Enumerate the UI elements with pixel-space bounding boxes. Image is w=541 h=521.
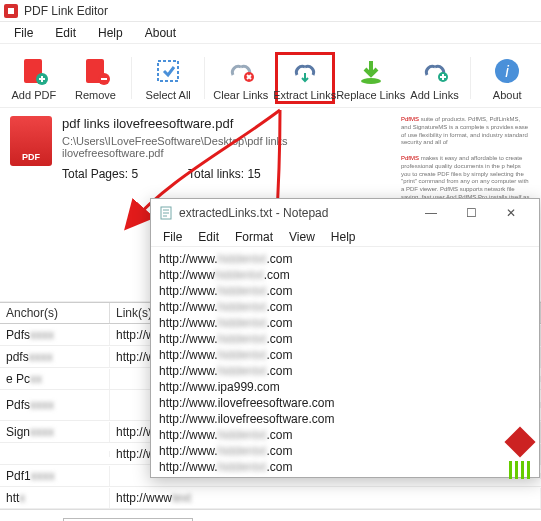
toolbar: Add PDF Remove Select All Clear Links Ex… <box>0 44 541 108</box>
select-all-button[interactable]: Select All <box>140 53 196 103</box>
bottom-panel: Replace: Output Folder: Save target file… <box>0 510 541 521</box>
toolbar-label: Remove <box>75 89 116 101</box>
col-anchor[interactable]: Anchor(s) <box>0 303 110 323</box>
pdf-plus-icon <box>18 55 50 87</box>
close-button[interactable]: ✕ <box>491 199 531 227</box>
toolbar-label: Replace Links <box>336 89 405 101</box>
menu-help[interactable]: Help <box>88 24 133 42</box>
add-pdf-button[interactable]: Add PDF <box>6 53 62 103</box>
np-menu-edit[interactable]: Edit <box>192 229 225 245</box>
np-menu-view[interactable]: View <box>283 229 321 245</box>
clear-links-icon <box>225 55 257 87</box>
add-links-icon <box>419 55 451 87</box>
extract-links-button[interactable]: Extract Links <box>275 52 335 104</box>
menu-edit[interactable]: Edit <box>45 24 86 42</box>
remove-button[interactable]: Remove <box>68 53 124 103</box>
clear-links-button[interactable]: Clear Links <box>213 53 269 103</box>
decoration <box>509 431 539 491</box>
svg-text:i: i <box>505 63 509 80</box>
app-title: PDF Link Editor <box>24 4 108 18</box>
menubar: File Edit Help About <box>0 22 541 44</box>
total-pages: Total Pages: 5 <box>62 167 138 181</box>
notepad-titlebar[interactable]: extractedLinks.txt - Notepad ― ☐ ✕ <box>151 199 539 227</box>
toolbar-label: Clear Links <box>213 89 268 101</box>
separator <box>131 57 132 99</box>
menu-file[interactable]: File <box>4 24 43 42</box>
toolbar-label: Add Links <box>410 89 458 101</box>
toolbar-label: Extract Links <box>273 89 336 101</box>
np-menu-format[interactable]: Format <box>229 229 279 245</box>
menu-about[interactable]: About <box>135 24 186 42</box>
extract-links-icon <box>289 55 321 87</box>
np-menu-help[interactable]: Help <box>325 229 362 245</box>
maximize-button[interactable]: ☐ <box>451 199 491 227</box>
notepad-title: extractedLinks.txt - Notepad <box>179 206 411 220</box>
pdf-file-icon: PDF <box>10 116 52 166</box>
file-name: pdf links ilovefreesoftware.pdf <box>62 116 391 131</box>
pdf-minus-icon <box>80 55 112 87</box>
toolbar-label: Add PDF <box>12 89 57 101</box>
file-path: C:\Users\ILoveFreeSoftware\Desktop\pdf l… <box>62 135 391 159</box>
replace-links-icon <box>355 55 387 87</box>
notepad-body[interactable]: http://www.hiddentxt.comhttp://wwwhidden… <box>151 247 539 477</box>
svg-rect-4 <box>158 61 178 81</box>
about-button[interactable]: i About <box>479 53 535 103</box>
separator <box>470 57 471 99</box>
toolbar-label: Select All <box>146 89 191 101</box>
titlebar: PDF Link Editor <box>0 0 541 22</box>
add-links-button[interactable]: Add Links <box>407 53 463 103</box>
info-icon: i <box>491 55 523 87</box>
svg-point-6 <box>361 78 381 84</box>
np-menu-file[interactable]: File <box>157 229 188 245</box>
notepad-window[interactable]: extractedLinks.txt - Notepad ― ☐ ✕ File … <box>150 198 540 478</box>
notepad-icon <box>159 206 173 220</box>
replace-links-button[interactable]: Replace Links <box>341 53 401 103</box>
toolbar-label: About <box>493 89 522 101</box>
total-links: Total links: 15 <box>188 167 261 181</box>
app-icon <box>4 4 18 18</box>
separator <box>204 57 205 99</box>
select-all-icon <box>152 55 184 87</box>
minimize-button[interactable]: ― <box>411 199 451 227</box>
table-row[interactable]: httxhttp://wwwtext <box>0 487 541 509</box>
notepad-menubar: File Edit Format View Help <box>151 227 539 247</box>
